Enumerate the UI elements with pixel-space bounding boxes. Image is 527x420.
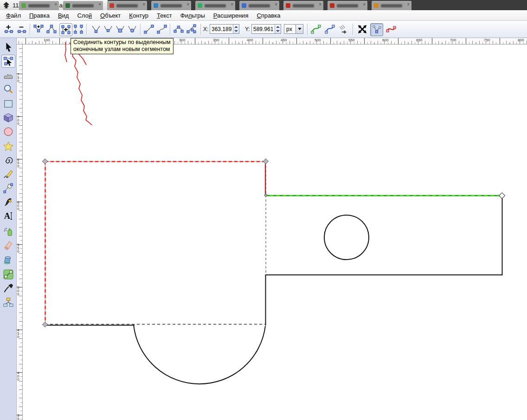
y-coordinate-value: 589.961 [253,26,273,32]
tab-close-icon[interactable]: × [186,2,189,7]
tab-close-icon[interactable]: × [363,2,366,7]
toolbar-separator [140,24,141,35]
insert-node-button[interactable] [3,23,15,35]
show-bezier-handles-button[interactable] [370,23,383,36]
background-tab[interactable]: × [239,1,279,10]
gradient-icon [3,269,13,280]
tab-title-blurred [72,4,94,7]
tab-close-icon[interactable]: × [142,2,145,7]
x-coordinate-field[interactable]: 363.189 [210,24,239,34]
tool-zoom[interactable] [1,83,15,95]
break-node-button[interactable] [45,23,58,35]
tool-3d-box[interactable] [1,111,15,124]
delete-node-button[interactable] [16,23,28,35]
menu-Файл[interactable]: Файл [2,11,25,20]
tool-spiral[interactable] [1,154,15,167]
node-symmetric-button[interactable] [114,23,126,35]
tool-dropper[interactable] [1,282,15,295]
menu-Слой[interactable]: Слой [73,11,96,20]
tool-rectangle[interactable] [1,97,15,110]
background-tab[interactable]: × [107,1,147,10]
node-smooth-button[interactable] [102,23,114,35]
vruler-label: 3 5 0 [17,414,19,420]
tool-spray[interactable] [1,225,15,238]
menu-Текст[interactable]: Текст [153,11,176,20]
edit-mask-button[interactable] [324,23,336,35]
segment-curve-button[interactable] [156,23,168,35]
hruler-label: 600 [382,38,388,42]
delete-segment-icon [73,24,84,35]
tool-tweak[interactable] [1,69,15,82]
menu-Расширения[interactable]: Расширения [209,11,253,20]
tool-paint-bucket[interactable] [1,253,15,266]
join-endnodes-with-segment-button[interactable] [59,23,72,36]
background-tab[interactable]: × [283,1,323,10]
tool-star[interactable] [1,140,15,153]
tab-favicon-icon [330,3,334,8]
box-3d-icon [3,113,13,123]
join-endnodes-with-segment-icon [60,24,71,35]
vruler-label: 4 5 0 [17,329,19,338]
segment-line-button[interactable] [143,23,155,35]
toolbar-separator [86,24,87,35]
background-tab[interactable]: × [328,1,367,10]
menu-Правка[interactable]: Правка [25,11,54,20]
tab-close-icon[interactable]: × [231,2,233,7]
tab-title-blurred [249,4,270,7]
tab-close-icon[interactable]: × [319,2,321,7]
tab-title-blurred [337,4,358,7]
tab-close-icon[interactable]: × [54,2,57,7]
toolbox: A [0,38,17,420]
tool-gradient[interactable] [1,268,15,281]
tool-bezier-pen[interactable] [1,182,15,195]
background-tab[interactable]: × [372,1,411,10]
y-spinner-arrows[interactable] [275,25,281,33]
spray-icon [3,227,13,237]
tab-favicon-icon [198,3,202,8]
background-tab[interactable]: × [63,1,103,10]
show-transform-handles-button[interactable] [356,23,368,35]
show-path-outline-button[interactable] [385,23,397,35]
tool-eraser[interactable] [1,239,15,252]
background-tab[interactable]: × [19,1,59,10]
background-tab[interactable]: × [195,1,235,10]
tab-close-icon[interactable]: × [275,2,277,7]
node-auto-button[interactable] [126,23,138,35]
stroke-to-path-button[interactable] [186,23,198,35]
next-lpe-param-button[interactable] [338,23,350,35]
unit-dropdown-button[interactable] [296,24,303,34]
background-tab[interactable]: × [151,1,191,10]
bezier-pen-icon [3,183,13,193]
tool-calligraphy[interactable] [1,196,15,209]
node-corner-button[interactable] [90,23,102,35]
tool-text[interactable]: A [1,210,15,223]
calligraphy-icon [3,197,13,207]
menu-Фильтры[interactable]: Фильтры [176,11,209,20]
edit-clip-button[interactable] [310,23,322,35]
tab-close-icon[interactable]: × [98,2,101,7]
menu-Объект[interactable]: Объект [96,11,125,20]
menu-Контур[interactable]: Контур [125,11,153,20]
tool-pencil[interactable] [1,168,15,181]
dropdown-arrow-icon [298,28,302,30]
tool-node-editor[interactable] [1,55,15,68]
delete-segment-button[interactable] [72,23,84,35]
object-to-path-button[interactable] [173,23,185,35]
x-spinner-arrows[interactable] [233,25,239,33]
tool-connector[interactable] [1,296,15,309]
hruler-label: 750 [484,38,490,42]
vertical-ruler[interactable]: 7 5 07 0 06 5 06 0 05 5 05 0 04 5 04 0 0… [17,45,23,420]
canvas[interactable] [23,45,527,420]
hruler-label: 800 [518,38,524,42]
tool-selector[interactable] [1,41,15,54]
menu-Вид[interactable]: Вид [54,11,73,20]
join-nodes-button[interactable] [32,23,45,35]
menu-Справка[interactable]: Справка [252,11,284,20]
tab-close-icon[interactable]: × [407,2,410,7]
tooltip: Соединить контуры по выделенным оконечны… [71,38,174,54]
vruler-label: 7 0 0 [17,115,19,125]
node-editor-icon [3,56,13,66]
y-coordinate-field[interactable]: 589.961 [251,24,281,34]
tool-ellipse[interactable] [1,125,15,138]
unit-field[interactable]: px [284,24,296,34]
